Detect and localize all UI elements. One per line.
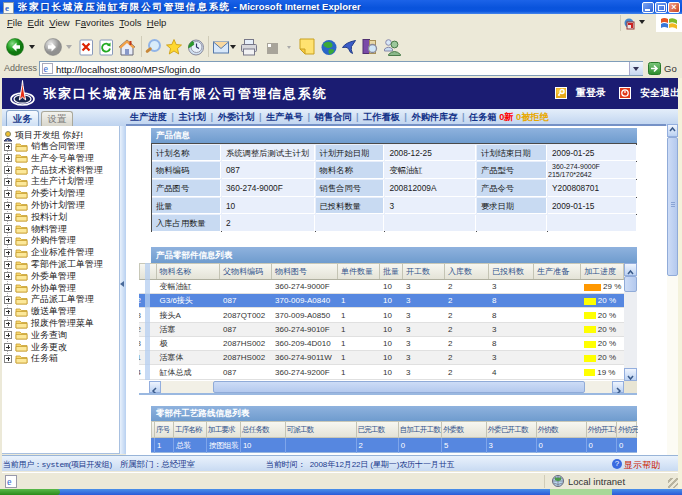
svg-text:e: e [7,476,12,487]
svg-text:e: e [5,3,9,13]
svg-text:e: e [44,63,49,74]
